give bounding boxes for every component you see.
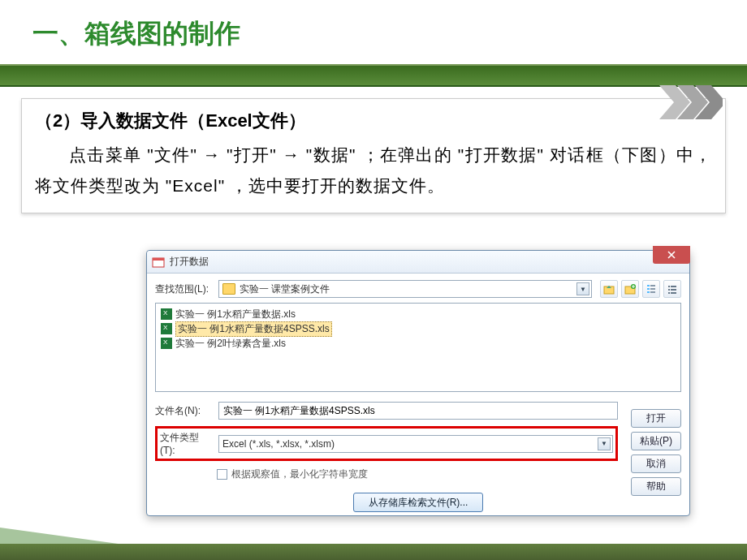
- dialog-toolbar: [600, 280, 681, 298]
- dialog-icon: [152, 256, 165, 269]
- decorative-band: [0, 64, 747, 87]
- minimize-checkbox[interactable]: [217, 469, 227, 480]
- dialog-inputs: 文件名(N): 文件类型(T): Excel (*.xls, *.xlsx, *…: [155, 402, 681, 512]
- lookin-label: 查找范围(L):: [155, 282, 214, 296]
- open-data-dialog: 打开数据 查找范围(L): 实验一 课堂案例文件 ▼: [146, 250, 690, 516]
- svg-rect-16: [668, 292, 670, 294]
- svg-rect-9: [647, 288, 650, 290]
- content-heading: （2）导入数据文件（Excel文件）: [35, 109, 712, 133]
- svg-rect-11: [650, 285, 655, 286]
- svg-rect-12: [650, 288, 655, 290]
- up-folder-button[interactable]: [600, 280, 618, 298]
- filetype-value: Excel (*.xls, *.xlsx, *.xlsm): [222, 438, 335, 450]
- dialog-body: 查找范围(L): 实验一 课堂案例文件 ▼ 实验一 例1水稻产量数据.xls: [147, 274, 689, 519]
- close-icon: [667, 251, 676, 259]
- filetype-highlight: 文件类型(T): Excel (*.xls, *.xlsx, *.xlsm) ▼: [155, 426, 618, 461]
- slide-title: 一、箱线图的制作: [32, 19, 240, 48]
- content-panel: （2）导入数据文件（Excel文件） 点击菜单 "文件" → "打开" → "数…: [21, 98, 726, 213]
- slide-title-area: 一、箱线图的制作: [0, 0, 747, 64]
- filename-input[interactable]: [218, 402, 618, 420]
- excel-icon: [161, 308, 172, 320]
- lookin-row: 查找范围(L): 实验一 课堂案例文件 ▼: [155, 280, 681, 298]
- view-details-button[interactable]: [642, 280, 660, 298]
- content-paragraph: 点击菜单 "文件" → "打开" → "数据" ；在弹出的 "打开数据" 对话框…: [35, 140, 712, 201]
- cancel-button[interactable]: 取消: [631, 454, 681, 473]
- svg-rect-8: [647, 285, 650, 286]
- excel-icon: [161, 323, 172, 334]
- filetype-dropdown[interactable]: Excel (*.xls, *.xlsx, *.xlsm) ▼: [218, 435, 613, 453]
- lookin-dropdown[interactable]: 实验一 课堂案例文件 ▼: [218, 280, 592, 298]
- file-item[interactable]: 实验一 例1水稻产量数据.xls: [159, 307, 677, 321]
- help-button[interactable]: 帮助: [631, 477, 681, 496]
- footer-decoration: [0, 523, 747, 560]
- file-list[interactable]: 实验一 例1水稻产量数据.xls 实验一 例1水稻产量数据4SPSS.xls 实…: [155, 303, 681, 392]
- svg-rect-18: [671, 289, 676, 291]
- chevron-down-icon[interactable]: ▼: [576, 282, 589, 295]
- file-item-selected[interactable]: 实验一 例1水稻产量数据4SPSS.xls: [159, 321, 677, 336]
- dialog-title: 打开数据: [170, 255, 209, 269]
- chevron-decoration: [659, 85, 723, 123]
- repository-button[interactable]: 从存储库检索文件(R)...: [353, 493, 483, 512]
- minimize-label: 根据观察值，最小化字符串宽度: [231, 467, 368, 481]
- filename-label: 文件名(N):: [155, 404, 214, 418]
- close-button[interactable]: [653, 246, 690, 264]
- view-list-button[interactable]: [663, 280, 681, 298]
- paste-button[interactable]: 粘贴(P): [631, 432, 681, 450]
- folder-icon: [222, 283, 235, 295]
- open-button[interactable]: 打开: [631, 409, 681, 428]
- svg-rect-13: [650, 291, 655, 293]
- svg-rect-15: [668, 289, 670, 291]
- lookin-value: 实验一 课堂案例文件: [240, 282, 330, 296]
- svg-rect-10: [647, 291, 650, 293]
- dialog-buttons: 打开 粘贴(P) 取消 帮助: [631, 409, 681, 496]
- new-folder-button[interactable]: [621, 280, 639, 298]
- svg-rect-19: [671, 292, 676, 294]
- svg-rect-4: [153, 258, 164, 261]
- svg-rect-14: [668, 286, 670, 287]
- excel-icon: [161, 338, 172, 349]
- file-item[interactable]: 实验一 例2叶绿素含量.xls: [159, 336, 677, 351]
- filetype-label: 文件类型(T):: [160, 431, 214, 456]
- filename-row: 文件名(N):: [155, 402, 681, 420]
- minimize-check-row: 根据观察值，最小化字符串宽度: [217, 467, 681, 481]
- svg-rect-17: [671, 286, 676, 287]
- dialog-titlebar[interactable]: 打开数据: [147, 251, 689, 274]
- chevron-down-icon[interactable]: ▼: [598, 437, 611, 450]
- filetype-row: 文件类型(T): Excel (*.xls, *.xlsx, *.xlsm) ▼: [155, 426, 618, 461]
